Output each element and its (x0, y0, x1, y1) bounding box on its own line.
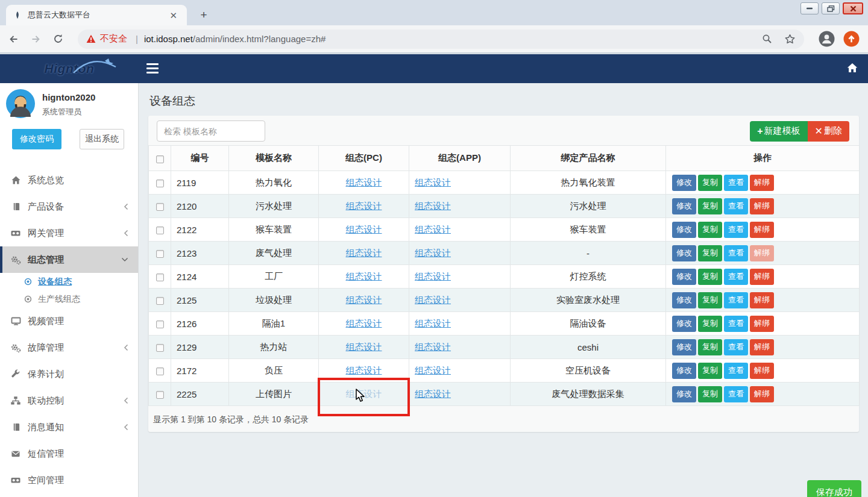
delete-button[interactable]: ✕ 删除 (808, 121, 849, 142)
reload-icon[interactable] (53, 34, 63, 44)
sidebar-item-网关管理[interactable]: 网关管理 (0, 220, 138, 246)
browser-tab[interactable]: 思普云大数据平台 ✕ (6, 5, 187, 25)
forward-icon[interactable] (31, 34, 41, 44)
modify-button[interactable]: 修改 (672, 292, 696, 308)
app-design-link[interactable]: 组态设计 (415, 295, 451, 305)
unbind-button[interactable]: 解绑 (750, 222, 774, 238)
unbind-button[interactable]: 解绑 (750, 339, 774, 355)
row-checkbox[interactable] (156, 297, 164, 305)
sidebar-item-空间管理[interactable]: 空间管理 (0, 467, 138, 493)
profile-avatar-icon[interactable] (819, 31, 835, 47)
window-restore-button[interactable] (822, 2, 840, 14)
view-button[interactable]: 查看 (724, 292, 748, 308)
app-design-link[interactable]: 组态设计 (415, 365, 451, 375)
bookmark-star-icon[interactable] (784, 34, 796, 45)
pc-design-link[interactable]: 组态设计 (346, 271, 382, 281)
unbind-button[interactable]: 解绑 (750, 386, 774, 402)
sidebar-item-视频管理[interactable]: 视频管理 (0, 308, 138, 334)
modify-button[interactable]: 修改 (672, 269, 696, 285)
view-button[interactable]: 查看 (724, 316, 748, 332)
app-design-link[interactable]: 组态设计 (415, 318, 451, 328)
logout-button[interactable]: 退出系统 (80, 129, 124, 149)
row-checkbox[interactable] (156, 274, 164, 281)
window-minimize-button[interactable] (800, 2, 819, 14)
copy-button[interactable]: 复制 (698, 175, 722, 191)
browser-update-icon[interactable] (843, 31, 860, 47)
pc-design-link[interactable]: 组态设计 (346, 342, 382, 352)
sidebar-item-故障管理[interactable]: 故障管理 (0, 334, 138, 361)
app-design-link[interactable]: 组态设计 (415, 342, 451, 352)
view-button[interactable]: 查看 (724, 175, 748, 191)
search-input[interactable] (157, 120, 265, 142)
row-checkbox[interactable] (156, 180, 164, 187)
sidebar-item-保养计划[interactable]: 保养计划 (0, 361, 138, 387)
row-checkbox[interactable] (156, 344, 164, 352)
sidebar-item-短信管理[interactable]: 短信管理 (0, 440, 138, 467)
app-design-link[interactable]: 组态设计 (415, 248, 451, 258)
zoom-icon[interactable] (762, 34, 772, 44)
app-design-link[interactable]: 组态设计 (415, 201, 451, 211)
row-checkbox[interactable] (156, 227, 164, 234)
new-template-button[interactable]: + 新建模板 (750, 121, 807, 142)
row-checkbox[interactable] (156, 367, 164, 375)
app-design-link[interactable]: 组态设计 (415, 224, 451, 234)
row-checkbox[interactable] (156, 320, 164, 328)
copy-button[interactable]: 复制 (698, 269, 722, 285)
copy-button[interactable]: 复制 (698, 292, 722, 308)
select-all-checkbox[interactable] (156, 155, 164, 163)
submenu-item-生产线组态[interactable]: 生产线组态 (0, 290, 138, 308)
hamburger-menu-icon[interactable] (146, 63, 159, 73)
copy-button[interactable]: 复制 (698, 339, 722, 355)
modify-button[interactable]: 修改 (672, 198, 696, 214)
change-password-button[interactable]: 修改密码 (12, 129, 61, 149)
pc-design-link[interactable]: 组态设计 (346, 201, 382, 211)
modify-button[interactable]: 修改 (672, 222, 696, 238)
view-button[interactable]: 查看 (724, 363, 748, 379)
unbind-button[interactable]: 解绑 (750, 269, 774, 285)
view-button[interactable]: 查看 (724, 198, 748, 214)
pc-design-link[interactable]: 组态设计 (346, 224, 382, 234)
row-checkbox[interactable] (156, 391, 164, 399)
copy-button[interactable]: 复制 (698, 245, 722, 261)
modify-button[interactable]: 修改 (672, 339, 696, 355)
submenu-item-设备组态[interactable]: 设备组态 (0, 273, 138, 290)
pc-design-link[interactable]: 组态设计 (346, 177, 382, 187)
unbind-button[interactable]: 解绑 (750, 292, 774, 308)
back-icon[interactable] (8, 34, 19, 44)
unbind-button[interactable]: 解绑 (750, 363, 774, 379)
app-design-link[interactable]: 组态设计 (415, 389, 451, 399)
row-checkbox[interactable] (156, 250, 164, 258)
tab-close-icon[interactable]: ✕ (167, 10, 180, 21)
view-button[interactable]: 查看 (724, 269, 748, 285)
unbind-button[interactable]: 解绑 (750, 245, 774, 261)
copy-button[interactable]: 复制 (698, 316, 722, 332)
sidebar-item-系统总览[interactable]: 系统总览 (0, 167, 138, 193)
copy-button[interactable]: 复制 (698, 198, 722, 214)
window-close-button[interactable] (843, 2, 863, 14)
modify-button[interactable]: 修改 (672, 245, 696, 261)
sidebar-item-产品设备[interactable]: 产品设备 (0, 193, 138, 220)
address-bar[interactable]: 不安全 | iot.idosp.net /admin/index.html?la… (78, 30, 804, 49)
pc-design-link[interactable]: 组态设计 (346, 295, 382, 305)
modify-button[interactable]: 修改 (672, 363, 696, 379)
unbind-button[interactable]: 解绑 (750, 198, 774, 214)
view-button[interactable]: 查看 (724, 386, 748, 402)
sidebar-item-组态管理[interactable]: 组态管理 (0, 246, 138, 273)
new-tab-button[interactable]: + (196, 7, 212, 23)
pc-design-link[interactable]: 组态设计 (346, 318, 382, 328)
app-design-link[interactable]: 组态设计 (415, 177, 451, 187)
sidebar-item-联动控制[interactable]: 联动控制 (0, 387, 138, 414)
app-design-link[interactable]: 组态设计 (415, 271, 451, 281)
view-button[interactable]: 查看 (724, 222, 748, 238)
modify-button[interactable]: 修改 (672, 316, 696, 332)
modify-button[interactable]: 修改 (672, 175, 696, 191)
pc-design-link[interactable]: 组态设计 (346, 365, 382, 375)
pc-design-link[interactable]: 组态设计 (346, 248, 382, 258)
modify-button[interactable]: 修改 (672, 386, 696, 402)
sidebar-item-消息通知[interactable]: 消息通知 (0, 414, 138, 440)
unbind-button[interactable]: 解绑 (750, 316, 774, 332)
row-checkbox[interactable] (156, 203, 164, 211)
unbind-button[interactable]: 解绑 (750, 175, 774, 191)
copy-button[interactable]: 复制 (698, 222, 722, 238)
view-button[interactable]: 查看 (724, 245, 748, 261)
